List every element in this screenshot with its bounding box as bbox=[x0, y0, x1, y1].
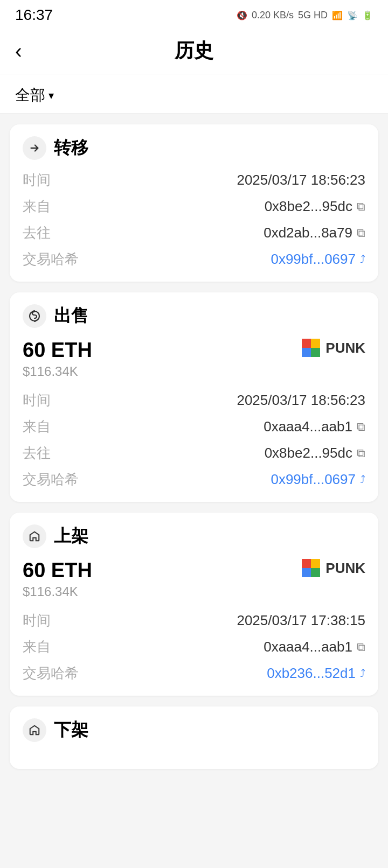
svg-rect-8 bbox=[302, 568, 311, 577]
battery-icon: 🔋 bbox=[362, 10, 373, 20]
to-row-1: 去往 0xd2ab...8a79 ⧉ bbox=[23, 223, 365, 242]
hash-value-1[interactable]: 0x99bf...0697 ⤴ bbox=[271, 251, 365, 268]
status-time: 16:37 bbox=[15, 6, 53, 24]
from-label-1: 来自 bbox=[23, 197, 51, 216]
external-link-icon-2[interactable]: ⤴ bbox=[360, 473, 365, 486]
delist-type-label: 下架 bbox=[54, 718, 88, 742]
svg-rect-6 bbox=[302, 559, 311, 568]
to-value-2: 0x8be2...95dc ⧉ bbox=[265, 445, 365, 461]
from-value-3: 0xaaa4...aab1 ⧉ bbox=[264, 639, 365, 655]
time-value-1: 2025/03/17 18:56:23 bbox=[237, 172, 365, 188]
to-row-2: 去往 0x8be2...95dc ⧉ bbox=[23, 444, 365, 463]
sell-card: 出售 60 ETH $116.34K PUNK 时间 2025/03/17 18… bbox=[10, 292, 378, 502]
copy-from-1[interactable]: ⧉ bbox=[357, 200, 365, 214]
time-row-1: 时间 2025/03/17 18:56:23 bbox=[23, 171, 365, 190]
sell-eth-amount: 60 ETH bbox=[23, 339, 92, 362]
network-speed: 0.20 KB/s bbox=[252, 10, 294, 21]
hash-label-3: 交易哈希 bbox=[23, 664, 79, 683]
time-label-3: 时间 bbox=[23, 611, 51, 630]
header: ‹ 历史 bbox=[0, 28, 388, 74]
hash-row-3: 交易哈希 0xb236...52d1 ⤴ bbox=[23, 664, 365, 683]
filter-dropdown-icon[interactable]: ▾ bbox=[48, 89, 54, 102]
transfer-icon bbox=[23, 136, 46, 160]
card-header-sell: 出售 bbox=[23, 304, 365, 328]
from-row-3: 来自 0xaaa4...aab1 ⧉ bbox=[23, 638, 365, 656]
hash-label-2: 交易哈希 bbox=[23, 470, 79, 489]
from-label-3: 来自 bbox=[23, 638, 51, 656]
copy-from-2[interactable]: ⧉ bbox=[357, 420, 365, 434]
sell-token-label: PUNK bbox=[325, 340, 365, 356]
mute-icon: 🔇 bbox=[237, 10, 247, 20]
hash-label-1: 交易哈希 bbox=[23, 250, 79, 269]
from-value-1: 0x8be2...95dc ⧉ bbox=[265, 198, 365, 215]
svg-rect-7 bbox=[311, 559, 320, 568]
filter-label: 全部 bbox=[15, 85, 45, 106]
list-token-right: PUNK bbox=[302, 559, 365, 577]
content-area: 转移 时间 2025/03/17 18:56:23 来自 0x8be2...95… bbox=[0, 114, 388, 780]
external-link-icon-1[interactable]: ⤴ bbox=[360, 253, 365, 265]
network-type: 5G HD bbox=[298, 10, 328, 21]
to-label-1: 去往 bbox=[23, 223, 51, 242]
to-label-2: 去往 bbox=[23, 444, 51, 463]
sell-type-label: 出售 bbox=[54, 304, 88, 328]
transfer-card: 转移 时间 2025/03/17 18:56:23 来自 0x8be2...95… bbox=[10, 124, 378, 282]
status-icons: 🔇 0.20 KB/s 5G HD 📶 📡 🔋 bbox=[237, 10, 373, 21]
punk-logo-icon bbox=[302, 339, 320, 357]
svg-rect-4 bbox=[302, 348, 311, 357]
time-value-2: 2025/03/17 18:56:23 bbox=[237, 392, 365, 409]
list-eth-amount: 60 ETH bbox=[23, 559, 92, 582]
copy-from-3[interactable]: ⧉ bbox=[357, 640, 365, 654]
delist-icon bbox=[23, 718, 46, 742]
list-type-label: 上架 bbox=[54, 524, 88, 548]
list-usd-amount: $116.34K bbox=[23, 584, 92, 599]
svg-rect-2 bbox=[302, 339, 311, 348]
from-row-1: 来自 0x8be2...95dc ⧉ bbox=[23, 197, 365, 216]
from-label-2: 来自 bbox=[23, 417, 51, 436]
list-card: 上架 60 ETH $116.34K PUNK 时间 2025/03/17 17… bbox=[10, 513, 378, 696]
status-bar: 16:37 🔇 0.20 KB/s 5G HD 📶 📡 🔋 bbox=[0, 0, 388, 28]
card-header-transfer: 转移 bbox=[23, 136, 365, 160]
transfer-type-label: 转移 bbox=[54, 136, 88, 160]
time-row-3: 时间 2025/03/17 17:38:15 bbox=[23, 611, 365, 630]
time-label-2: 时间 bbox=[23, 391, 51, 410]
svg-rect-5 bbox=[311, 348, 320, 357]
list-icon bbox=[23, 524, 46, 548]
hash-row-2: 交易哈希 0x99bf...0697 ⤴ bbox=[23, 470, 365, 489]
time-value-3: 2025/03/17 17:38:15 bbox=[237, 612, 365, 629]
svg-rect-3 bbox=[311, 339, 320, 348]
copy-to-2[interactable]: ⧉ bbox=[357, 446, 365, 460]
hash-row-1: 交易哈希 0x99bf...0697 ⤴ bbox=[23, 250, 365, 269]
hash-value-3[interactable]: 0xb236...52d1 ⤴ bbox=[267, 665, 365, 682]
list-token-label: PUNK bbox=[325, 560, 365, 577]
card-header-delist: 下架 bbox=[23, 718, 365, 742]
from-row-2: 来自 0xaaa4...aab1 ⧉ bbox=[23, 417, 365, 436]
hash-value-2[interactable]: 0x99bf...0697 ⤴ bbox=[271, 471, 365, 488]
signal-icon: 📶 bbox=[332, 10, 343, 20]
sell-usd-amount: $116.34K bbox=[23, 364, 92, 379]
list-amount-left: 60 ETH $116.34K bbox=[23, 559, 92, 599]
to-value-1: 0xd2ab...8a79 ⧉ bbox=[264, 225, 365, 241]
filter-bar: 全部 ▾ bbox=[0, 74, 388, 114]
sell-amount-row: 60 ETH $116.34K PUNK bbox=[23, 339, 365, 379]
back-button[interactable]: ‹ bbox=[15, 41, 22, 61]
sell-token-right: PUNK bbox=[302, 339, 365, 357]
from-value-2: 0xaaa4...aab1 ⧉ bbox=[264, 418, 365, 435]
copy-to-1[interactable]: ⧉ bbox=[357, 226, 365, 240]
delist-card: 下架 bbox=[10, 706, 378, 769]
sell-icon bbox=[23, 304, 46, 328]
list-amount-row: 60 ETH $116.34K PUNK bbox=[23, 559, 365, 599]
svg-rect-9 bbox=[311, 568, 320, 577]
time-row-2: 时间 2025/03/17 18:56:23 bbox=[23, 391, 365, 410]
sell-amount-left: 60 ETH $116.34K bbox=[23, 339, 92, 379]
external-link-icon-3[interactable]: ⤴ bbox=[360, 667, 365, 680]
page-title: 历史 bbox=[175, 38, 213, 64]
card-header-list: 上架 bbox=[23, 524, 365, 548]
punk-logo-icon-2 bbox=[302, 559, 320, 577]
time-label-1: 时间 bbox=[23, 171, 51, 190]
wifi-icon: 📡 bbox=[347, 10, 358, 20]
